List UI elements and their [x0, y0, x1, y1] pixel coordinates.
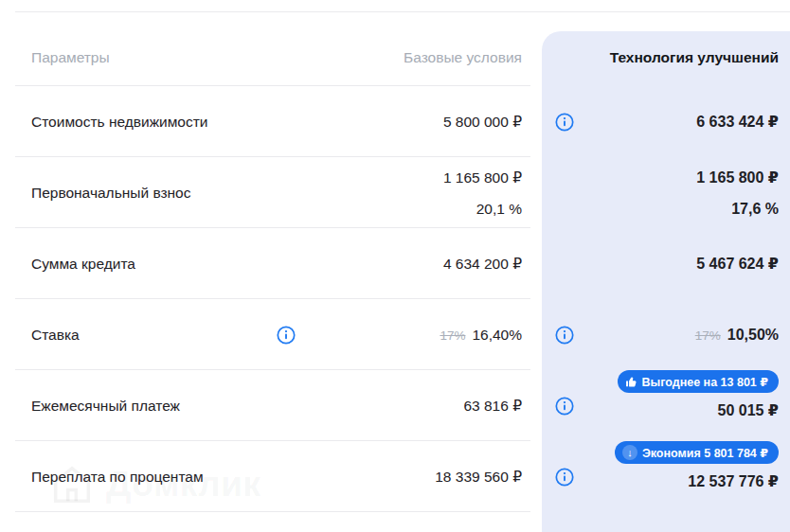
base-values: 63 816 ₽ [296, 390, 522, 421]
base-column-header: Базовые условия [277, 49, 522, 66]
arrow-down-icon: ↓ [622, 445, 637, 460]
value-text: 50 015 ₽ [717, 395, 779, 426]
base-value-cell: 17%16,40% [277, 319, 522, 351]
improved-values: 17%10,50% [574, 299, 779, 370]
info-icon[interactable] [555, 113, 574, 132]
row-label: Ставка [31, 327, 277, 344]
improved-values: 1 165 800 ₽17,6 % [574, 157, 779, 228]
info-icon[interactable] [277, 326, 296, 345]
improved-values: ↓Экономия 5 801 784 ₽12 537 776 ₽ [574, 439, 779, 510]
value-text: 1 165 800 ₽ [696, 162, 779, 193]
improved-value-cell: 1 165 800 ₽17,6 % [542, 157, 790, 228]
improved-value-cell: 6 633 424 ₽ [542, 86, 790, 157]
row-label: Ежемесячный платеж [31, 398, 277, 415]
value-text: 12 537 776 ₽ [688, 466, 779, 497]
base-value-cell: 1 165 800 ₽20,1 % [277, 162, 522, 224]
row-label: Сумма кредита [31, 256, 277, 273]
base-values: 5 800 000 ₽ [296, 106, 522, 137]
improved-value-cell: 5 467 624 ₽ [542, 228, 790, 299]
base-value-cell: 4 634 200 ₽ [277, 248, 522, 279]
thumbs-up-icon [625, 376, 637, 388]
base-value-cell: 5 800 000 ₽ [277, 106, 522, 137]
badge-text: Экономия 5 801 784 ₽ [642, 446, 768, 460]
info-icon[interactable] [555, 397, 574, 416]
comparison-table-page: Домклик Параметры Базовые условия Технол… [0, 0, 790, 532]
comparison-table: Параметры Базовые условия Технология улу… [0, 0, 790, 512]
value-text: 17,6 % [731, 193, 779, 224]
row-label: Первоначальный взнос [31, 185, 277, 202]
base-values: 1 165 800 ₽20,1 % [296, 162, 522, 224]
value-text: 17%16,40% [440, 319, 522, 351]
base-column-header-cell: Базовые условия [277, 49, 522, 66]
value-text: 6 633 424 ₽ [696, 106, 779, 137]
value-text: 5 467 624 ₽ [696, 248, 779, 279]
value-text: 20,1 % [476, 193, 522, 224]
row-label: Стоимость недвижимости [31, 114, 277, 131]
value-text: 17%10,50% [695, 319, 779, 351]
value-text: 63 816 ₽ [463, 390, 522, 421]
benefit-badge: Выгоднее на 13 801 ₽ [618, 370, 779, 393]
row-divider [15, 511, 530, 512]
table-row: Стоимость недвижимости 5 800 000 ₽ 6 633… [0, 86, 790, 157]
params-column-header: Параметры [31, 49, 277, 66]
table-header-row: Параметры Базовые условия Технология улу… [0, 0, 790, 86]
base-values: 4 634 200 ₽ [296, 248, 522, 279]
value-text: 4 634 200 ₽ [443, 248, 522, 279]
value-text: 5 800 000 ₽ [443, 106, 522, 137]
table-row: Ежемесячный платеж 63 816 ₽ Выгоднее на … [0, 370, 790, 441]
badge-text: Выгоднее на 13 801 ₽ [642, 375, 768, 389]
table-row: Переплата по процентам 18 339 560 ₽ ↓Эко… [0, 441, 790, 512]
benefit-badge: ↓Экономия 5 801 784 ₽ [615, 441, 779, 464]
improved-values: 6 633 424 ₽ [574, 86, 779, 157]
table-row: Ставка 17%16,40% 17%10,50% [0, 299, 790, 370]
row-label: Переплата по процентам [31, 469, 277, 486]
improved-values: Выгоднее на 13 801 ₽50 015 ₽ [574, 368, 779, 439]
table-row: Сумма кредита 4 634 200 ₽ 5 467 624 ₽ [0, 228, 790, 299]
improved-column-header: Технология улучшений [555, 49, 779, 66]
value-text: 1 165 800 ₽ [443, 162, 522, 193]
info-icon[interactable] [555, 326, 574, 345]
improved-value-cell: 17%10,50% [542, 299, 790, 370]
improved-value-cell: Выгоднее на 13 801 ₽50 015 ₽ [542, 370, 790, 441]
improved-value-cell: ↓Экономия 5 801 784 ₽12 537 776 ₽ [542, 441, 790, 512]
base-values: 18 339 560 ₽ [296, 461, 522, 492]
improved-values: 5 467 624 ₽ [574, 228, 779, 299]
table-row: Первоначальный взнос 1 165 800 ₽20,1 % 1… [0, 157, 790, 228]
old-rate-strikethrough: 17% [695, 328, 721, 343]
base-value-cell: 18 339 560 ₽ [277, 461, 522, 492]
info-icon[interactable] [555, 468, 574, 487]
improved-column-header-cell: Технология улучшений [542, 28, 790, 86]
old-rate-strikethrough: 17% [440, 328, 465, 343]
base-value-cell: 63 816 ₽ [277, 390, 522, 421]
base-values: 17%16,40% [296, 319, 522, 351]
value-text: 18 339 560 ₽ [435, 461, 522, 492]
